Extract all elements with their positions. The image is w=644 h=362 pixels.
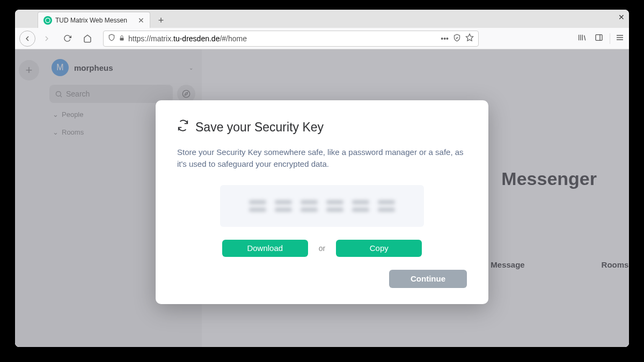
lock-icon bbox=[119, 34, 125, 43]
url-input[interactable]: https://matrix.tu-dresden.de/#/home ••• bbox=[103, 31, 479, 47]
menu-icon[interactable] bbox=[610, 33, 623, 44]
sidebar-icon[interactable] bbox=[592, 33, 605, 44]
security-key-dialog: Save your Security Key Store your Securi… bbox=[156, 100, 488, 304]
new-tab-button[interactable]: + bbox=[153, 13, 169, 28]
security-key-display bbox=[220, 185, 424, 227]
dialog-description: Store your Security Key somewhere safe, … bbox=[177, 146, 467, 170]
dialog-action-row: Download or Copy bbox=[177, 240, 467, 257]
shield-icon bbox=[108, 34, 115, 43]
tab-favicon-icon bbox=[43, 16, 52, 25]
bookmark-star-icon[interactable] bbox=[465, 33, 474, 43]
more-icon[interactable]: ••• bbox=[441, 34, 449, 43]
dialog-title: Save your Security Key bbox=[177, 120, 467, 135]
modal-scrim[interactable]: Save your Security Key Store your Securi… bbox=[15, 49, 629, 347]
svg-rect-2 bbox=[596, 34, 602, 40]
or-label: or bbox=[319, 244, 325, 253]
tab-title: TUD Matrix Web Messen bbox=[55, 17, 135, 24]
shield-outline-icon[interactable] bbox=[453, 34, 461, 43]
svg-rect-0 bbox=[120, 38, 124, 40]
copy-button[interactable]: Copy bbox=[336, 240, 422, 257]
library-icon[interactable] bbox=[575, 33, 588, 44]
back-button[interactable] bbox=[19, 31, 35, 47]
url-bar: https://matrix.tu-dresden.de/#/home ••• bbox=[15, 28, 629, 49]
browser-tab[interactable]: TUD Matrix Web Messen ✕ bbox=[38, 12, 150, 28]
tab-close-icon[interactable]: ✕ bbox=[138, 16, 144, 25]
window-close-icon[interactable]: ✕ bbox=[618, 13, 625, 21]
url-text: https://matrix.tu-dresden.de/#/home bbox=[128, 34, 437, 43]
key-sync-icon bbox=[177, 120, 189, 135]
forward-button bbox=[38, 31, 56, 47]
home-button[interactable] bbox=[78, 31, 97, 47]
download-button[interactable]: Download bbox=[222, 240, 308, 257]
app-body: + M morpheus ⌄ Search ⌄ People bbox=[15, 49, 629, 347]
reload-button[interactable] bbox=[58, 31, 76, 47]
continue-button[interactable]: Continue bbox=[389, 270, 467, 288]
svg-marker-1 bbox=[466, 34, 473, 41]
tab-bar: TUD Matrix Web Messen ✕ + ✕ bbox=[15, 10, 629, 28]
browser-window: TUD Matrix Web Messen ✕ + ✕ https://matr bbox=[15, 10, 629, 347]
